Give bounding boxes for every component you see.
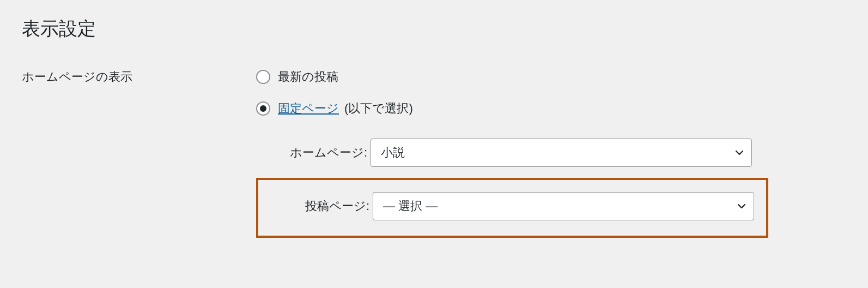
homepage-select-label: ホームページ: — [256, 145, 371, 161]
static-page-link[interactable]: 固定ページ — [278, 101, 339, 115]
radio-icon — [256, 101, 270, 116]
radio-label-latest-posts: 最新の投稿 — [278, 69, 338, 85]
posts-page-select-value: — 選択 — — [383, 198, 438, 214]
static-page-suffix: (以下で選択) — [341, 101, 413, 115]
page-title: 表示設定 — [22, 16, 846, 41]
homepage-select[interactable]: 小説 — [371, 139, 752, 167]
radio-option-static-page[interactable]: 固定ページ (以下で選択) — [256, 100, 846, 117]
posts-page-select[interactable]: — 選択 — — [373, 192, 754, 220]
chevron-down-icon — [736, 201, 747, 212]
radio-option-latest-posts[interactable]: 最新の投稿 — [256, 69, 846, 85]
chevron-down-icon — [734, 147, 745, 158]
homepage-select-value: 小説 — [381, 145, 405, 161]
homepage-display-section-label: ホームページの表示 — [22, 69, 256, 238]
posts-page-select-label: 投稿ページ: — [268, 198, 373, 214]
radio-icon — [256, 70, 270, 84]
radio-label-static-page: 固定ページ (以下で選択) — [278, 100, 413, 117]
posts-page-highlight-frame: 投稿ページ: — 選択 — — [256, 178, 768, 238]
